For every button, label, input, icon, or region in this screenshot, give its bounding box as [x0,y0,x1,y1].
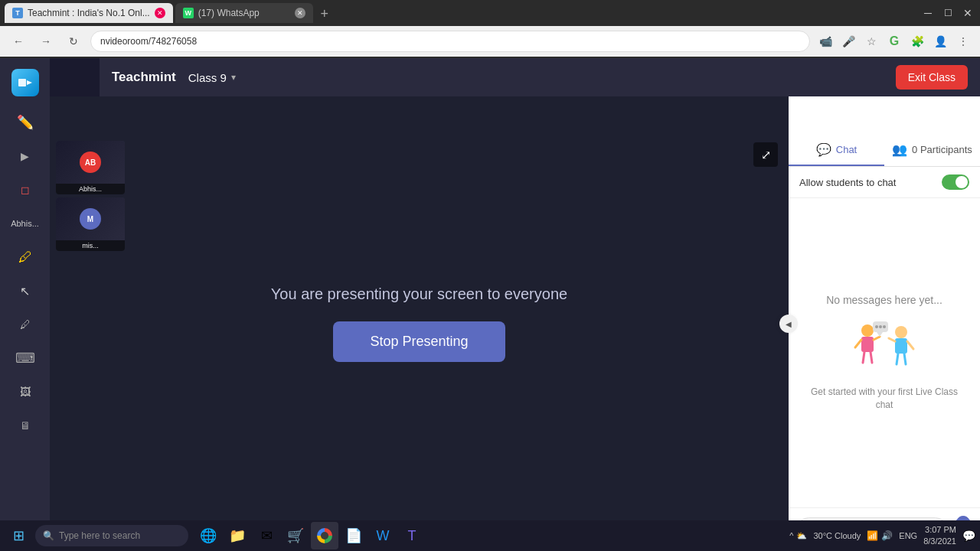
taskbar-edge[interactable]: 🌐 [194,522,222,549]
pointer-cursor-tool[interactable]: ↖ [10,276,41,306]
svg-marker-9 [877,332,883,337]
menu-icon[interactable]: ⋮ [954,32,972,51]
app-container: ✏️ ▶ ◻ Abhis... 🖊 ↖ 🖊 ⌨ 🖼 🖥 Teachmint Cl… [0,58,980,551]
chat-tabs: 💬 Chat 👥 0 Participants [789,135,980,167]
time-text: 3:07 PM [923,524,956,536]
main-content: AB Abhis... M mis... ⤢ You are pre [50,96,789,551]
collapse-panel-button[interactable]: ◀ [779,315,798,333]
start-button[interactable]: ⊞ [5,523,32,548]
taskbar-apps: 🌐 📁 ✉ 🛒 📄 W T [194,522,426,549]
svg-point-2 [861,324,874,337]
chat-tab-icon: 💬 [816,142,831,157]
svg-line-15 [889,338,895,341]
arrow-tool[interactable]: ▶ [10,141,41,171]
thumb-video-2: M [56,197,125,240]
participants-tab-icon: 👥 [892,142,907,157]
highlight-tool[interactable]: 🖊 [10,242,41,272]
svg-point-10 [875,325,878,328]
image-tool[interactable]: 🖼 [10,377,41,407]
mic-icon[interactable]: 🎤 [839,32,858,51]
thumb-label-2: mis... [56,240,125,251]
get-started-text: Get started with your first Live Class c… [804,386,965,412]
svg-line-18 [904,354,906,364]
taskbar-chrome[interactable] [311,522,338,549]
thumb-avatar-1: AB [80,152,101,173]
svg-line-7 [871,352,872,363]
video-thumbnails: AB Abhis... M mis... [56,141,125,251]
maximize-button[interactable]: ☐ [940,5,956,21]
svg-point-11 [879,325,882,328]
brand-name: Teachmint [112,70,176,85]
chat-messages-area: No messages here yet... [789,198,980,507]
svg-rect-0 [18,79,26,86]
pencil-tool[interactable]: ✏️ [10,107,41,138]
taskbar-word[interactable]: W [369,522,397,549]
taskbar-explorer[interactable]: 📁 [224,522,251,549]
class-name: Class 9 [188,71,227,84]
active-tab[interactable]: T Teachmint : India's No.1 Onl... ✕ [5,3,173,23]
text-label-tool[interactable]: Abhis... [10,208,41,239]
minimize-button[interactable]: ─ [920,5,936,21]
browser-toolbar: ← → ↻ nvideoroom/748276058 📹 🎤 ☆ G 🧩 👤 ⋮ [0,26,980,57]
exit-class-button[interactable]: Exit Class [896,65,968,90]
address-text: nvideoroom/748276058 [100,36,197,47]
allow-chat-toggle[interactable] [942,174,969,190]
header-bar: Teachmint Class 9 ▾ Exit Class [100,58,980,96]
svg-line-4 [855,340,861,347]
taskbar: ⊞ 🔍 Type here to search 🌐 📁 ✉ 🛒 📄 W T ^ … [0,520,980,551]
weather-info: 30°C Cloudy [813,531,861,540]
presenting-status-text: You are presenting your screen to everyo… [271,285,567,303]
participants-tab-label: 0 Participants [912,144,972,155]
search-placeholder: Type here to search [59,530,140,541]
chat-tab-label: Chat [836,144,857,155]
presentation-area: You are presenting your screen to everyo… [50,96,789,551]
eraser-tool[interactable]: ◻ [10,174,41,205]
svg-line-17 [897,354,898,364]
active-tab-title: Teachmint : India's No.1 Onl... [28,8,150,18]
brand-icon [11,69,39,96]
video-thumb-2: M mis... [56,197,125,251]
taskbar-pdf[interactable]: 📄 [340,522,368,549]
svg-line-5 [874,337,880,340]
notification-icon[interactable]: 💬 [962,530,975,542]
pen-draw-tool[interactable]: 🖊 [10,309,41,340]
class-selector[interactable]: Class 9 ▾ [188,71,236,84]
thumb-label-1: Abhis... [56,184,125,194]
inactive-tab-close[interactable]: ✕ [295,8,305,18]
back-button[interactable]: ← [8,31,29,52]
fullscreen-button[interactable]: ⤢ [753,142,778,167]
bookmark-icon[interactable]: ☆ [862,32,880,51]
close-button[interactable]: ✕ [960,5,975,21]
left-sidebar: ✏️ ▶ ◻ Abhis... 🖊 ↖ 🖊 ⌨ 🖼 🖥 [0,58,50,551]
system-icons: 📶 🔊 [867,530,893,541]
browser-chrome: T Teachmint : India's No.1 Onl... ✕ W (1… [0,0,980,58]
new-tab-button[interactable]: + [315,5,334,23]
chrome-icon[interactable]: G [885,32,903,51]
taskbar-teams[interactable]: T [398,522,426,549]
video-thumb-1: AB Abhis... [56,141,125,194]
forward-button[interactable]: → [35,31,57,52]
stop-presenting-button[interactable]: Stop Presenting [333,321,505,362]
reload-button[interactable]: ↻ [63,31,84,52]
keyboard-tool[interactable]: ⌨ [10,343,41,373]
screen-share-tool[interactable]: 🖥 [10,410,41,441]
video-icon[interactable]: 📹 [816,32,835,51]
extensions-icon[interactable]: 🧩 [908,32,926,51]
taskbar-mail[interactable]: ✉ [253,522,280,549]
tab-chat[interactable]: 💬 Chat [789,135,884,166]
profile-icon[interactable]: 👤 [931,32,949,51]
address-bar[interactable]: nvideoroom/748276058 [90,31,810,52]
toolbar-icons: 📹 🎤 ☆ G 🧩 👤 ⋮ [816,32,972,51]
svg-point-12 [883,325,886,328]
taskbar-store[interactable]: 🛒 [282,522,309,549]
thumb-avatar-2: M [80,208,101,230]
tab-participants[interactable]: 👥 0 Participants [884,135,980,166]
allow-chat-row: Allow students to chat [789,167,980,198]
svg-line-6 [863,352,864,363]
thumb-video-1: AB [56,141,125,184]
taskbar-search[interactable]: 🔍 Type here to search [35,525,188,546]
expand-tray-icon[interactable]: ^ [789,531,793,541]
inactive-tab[interactable]: W (17) WhatsApp ✕ [175,3,313,23]
weather-text: 30°C Cloudy [813,531,861,540]
tab-close-button[interactable]: ✕ [155,8,165,18]
